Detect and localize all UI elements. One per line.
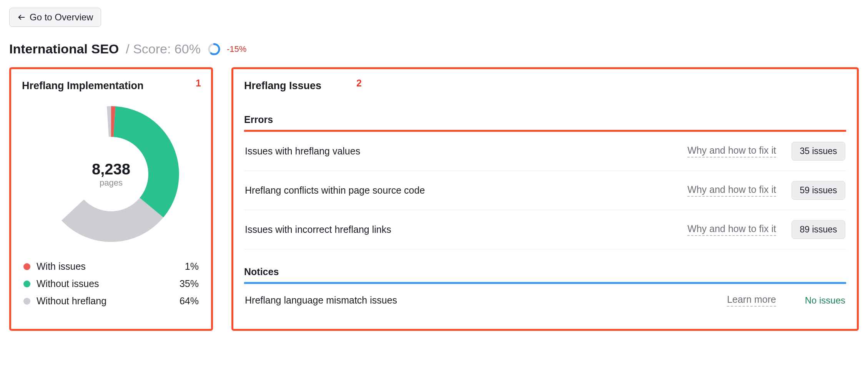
legend-pct: 64%: [180, 295, 199, 307]
implementation-title: Hreflang Implementation: [22, 80, 200, 92]
issue-row: Issues with hreflang values Why and how …: [244, 132, 846, 171]
issue-count-button[interactable]: 89 issues: [792, 220, 845, 239]
issue-row: Issues with incorrect hreflang links Why…: [244, 210, 846, 249]
issues-title: Hreflang Issues: [244, 80, 846, 92]
annotation-2: 2: [356, 78, 362, 89]
score-delta: -15%: [227, 44, 246, 54]
page-header: International SEO / Score: 60% -15%: [9, 41, 859, 56]
hreflang-implementation-panel: 1 Hreflang Implementation 8,238 pages Wi…: [9, 67, 213, 331]
issue-row: Hreflang conflicts within page source co…: [244, 171, 846, 210]
issue-count-button[interactable]: 35 issues: [792, 142, 845, 161]
notices-header: Notices: [244, 266, 846, 282]
issue-name: Issues with incorrect hreflang links: [245, 224, 687, 235]
legend-dot-grey: [23, 298, 30, 305]
score-label: / Score: 60%: [126, 41, 201, 56]
annotation-1: 1: [196, 78, 201, 89]
legend-item[interactable]: Without issues 35%: [22, 275, 200, 292]
why-and-how-link[interactable]: Why and how to fix it: [687, 145, 776, 158]
issue-name: Hreflang language mismatch issues: [245, 295, 727, 306]
legend-pct: 1%: [185, 261, 199, 272]
legend-label: Without hreflang: [37, 295, 180, 307]
why-and-how-link[interactable]: Why and how to fix it: [687, 223, 776, 236]
why-and-how-link[interactable]: Why and how to fix it: [687, 184, 776, 197]
issue-name: Hreflang conflicts within page source co…: [245, 185, 687, 196]
no-issues-label: No issues: [792, 295, 845, 306]
donut-unit: pages: [100, 178, 123, 188]
page-title: International SEO: [9, 41, 119, 56]
donut-total: 8,238: [92, 161, 130, 178]
score-ring-icon: [208, 43, 221, 56]
issue-count-button[interactable]: 59 issues: [792, 181, 845, 200]
go-to-overview-label: Go to Overview: [30, 12, 93, 23]
legend-dot-green: [23, 280, 30, 287]
legend-item[interactable]: With issues 1%: [22, 258, 200, 275]
legend-dot-red: [23, 263, 30, 270]
arrow-left-icon: [17, 13, 26, 22]
implementation-donut-chart: 8,238 pages: [38, 101, 184, 247]
implementation-legend: With issues 1% Without issues 35% Withou…: [22, 258, 200, 310]
hreflang-issues-panel: 2 Hreflang Issues Errors Issues with hre…: [231, 67, 859, 331]
errors-header: Errors: [244, 114, 846, 130]
learn-more-link[interactable]: Learn more: [727, 294, 776, 307]
legend-label: Without issues: [37, 278, 180, 289]
issue-row: Hreflang language mismatch issues Learn …: [244, 284, 846, 317]
go-to-overview-button[interactable]: Go to Overview: [9, 8, 101, 27]
legend-label: With issues: [37, 261, 185, 272]
legend-pct: 35%: [180, 278, 199, 289]
legend-item[interactable]: Without hreflang 64%: [22, 292, 200, 310]
issue-name: Issues with hreflang values: [245, 146, 687, 157]
